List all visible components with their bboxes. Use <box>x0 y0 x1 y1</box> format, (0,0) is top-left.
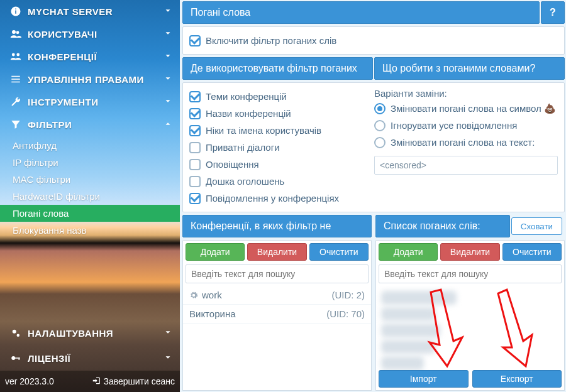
users-icon <box>9 28 23 40</box>
checkbox-icon <box>189 176 201 187</box>
sub-mac-filters[interactable]: MAC фільтри <box>0 171 180 188</box>
words-search-input[interactable] <box>379 264 562 283</box>
conf-name: work <box>202 290 222 300</box>
svg-rect-9 <box>11 82 20 83</box>
words-toolbar: Додати Видалити Очистити <box>375 240 565 262</box>
logout-icon <box>92 376 101 387</box>
sub-block-names[interactable]: Блокування назв <box>0 222 180 239</box>
enable-label: Включити фільтр поганих слів <box>206 35 336 46</box>
svg-point-5 <box>12 53 15 57</box>
svg-rect-8 <box>11 79 20 80</box>
nav-filters[interactable]: ФІЛЬТРИ <box>0 113 180 136</box>
enable-checkbox-row[interactable]: Включити фільтр поганих слів <box>189 32 558 49</box>
where-board[interactable]: Дошка оголошень <box>189 173 373 190</box>
svg-rect-14 <box>19 357 20 360</box>
where-topics[interactable]: Теми конференцій <box>189 88 373 105</box>
variants-title: Варіанти заміни: <box>374 88 558 99</box>
nav-users[interactable]: КОРИСТУВАЧІ <box>0 23 180 45</box>
conf-delete-button[interactable]: Видалити <box>247 243 306 261</box>
chevron-down-icon <box>164 97 172 107</box>
sub-bad-words[interactable]: Погані слова <box>0 205 180 222</box>
chevron-down-icon <box>164 29 172 40</box>
where-nicks[interactable]: Ніки та імена користувачів <box>189 122 373 139</box>
nav-label: КОРИСТУВАЧІ <box>28 29 97 40</box>
nav-licenses[interactable]: ЛІЦЕНЗІЇ <box>0 346 180 371</box>
conferences-title: Конференції, в яких фільтр не <box>182 215 372 237</box>
group-icon <box>9 51 23 62</box>
logout-label: Завершити сеанс <box>103 376 175 386</box>
checkbox-icon <box>189 35 201 46</box>
words-column: Список поганих слів: Сховати Додати Вида… <box>375 215 565 391</box>
chevron-down-icon <box>164 353 172 364</box>
svg-point-12 <box>11 356 15 360</box>
words-add-button[interactable]: Додати <box>379 243 438 261</box>
svg-point-4 <box>16 31 19 34</box>
list-icon <box>9 74 23 85</box>
info-icon <box>9 6 23 17</box>
hide-button[interactable]: Сховати <box>511 217 562 235</box>
words-title: Список поганих слів: <box>375 215 510 237</box>
where-messages[interactable]: Повідомлення у конференціях <box>189 190 373 207</box>
nav-tools[interactable]: ІНСТРУМЕНТИ <box>0 90 180 113</box>
variant-text[interactable]: Змінювати погані слова на текст: <box>374 134 558 151</box>
filters-submenu: Антифлуд IP фільтри MAC фільтри Hardware… <box>0 136 180 242</box>
chevron-down-icon <box>164 74 172 85</box>
where-private[interactable]: Приватні діалоги <box>189 139 373 156</box>
where-notify[interactable]: Оповіщення <box>189 156 373 173</box>
conf-add-button[interactable]: Додати <box>186 243 245 261</box>
checkbox-icon <box>189 142 201 153</box>
key-icon <box>9 352 23 364</box>
nav-label: УПРАВЛІННЯ ПРАВАМИ <box>28 74 144 85</box>
options-panel: Теми конференцій Назви конференцій Ніки … <box>182 82 565 212</box>
version-label: ver 2023.3.0 <box>5 376 92 386</box>
words-delete-button[interactable]: Видалити <box>440 243 499 261</box>
variant-ignore[interactable]: Ігнорувати усе повідомлення <box>374 117 558 134</box>
gear-icon <box>189 291 198 300</box>
sub-hardwareid-filters[interactable]: HardwareID фільтри <box>0 188 180 205</box>
nav-rights[interactable]: УПРАВЛІННЯ ПРАВАМИ <box>0 68 180 90</box>
svg-rect-7 <box>11 76 20 77</box>
words-list: Імпорт Експорт <box>375 286 565 391</box>
import-button[interactable]: Імпорт <box>379 370 469 388</box>
help-button[interactable]: ? <box>541 1 565 24</box>
svg-point-11 <box>17 334 20 337</box>
where-names[interactable]: Назви конференцій <box>189 105 373 122</box>
nav-mychat-server[interactable]: MYCHAT SERVER <box>0 0 180 23</box>
replace-text-input[interactable] <box>374 156 558 175</box>
where-column: Теми конференцій Назви конференцій Ніки … <box>189 88 373 207</box>
nav-conferences[interactable]: КОНФЕРЕНЦІЇ <box>0 45 180 68</box>
conf-name: Викторина <box>189 308 236 319</box>
variant-symbol[interactable]: Змінювати погані слова на символ 💩 <box>374 100 558 117</box>
where-title: Де використовувати фільтр поганих <box>182 57 373 80</box>
list-item[interactable]: work (UID: 2) <box>183 286 371 305</box>
sub-ip-filters[interactable]: IP фільтри <box>0 154 180 171</box>
funnel-icon <box>9 119 23 130</box>
main: Погані слова ? Включити фільтр поганих с… <box>180 0 566 392</box>
conf-clear-button[interactable]: Очистити <box>309 243 369 261</box>
what-title: Що робити з поганими словами? <box>374 57 565 80</box>
nav-label: КОНФЕРЕНЦІЇ <box>28 52 97 62</box>
blurred-words <box>381 288 489 368</box>
chevron-up-icon <box>164 119 172 130</box>
conferences-list: work (UID: 2) Викторина (UID: 70) <box>182 286 372 391</box>
nav-label: ЛІЦЕНЗІЇ <box>28 353 70 364</box>
arrow-annotation-icon <box>496 287 540 369</box>
words-clear-button[interactable]: Очистити <box>502 243 562 261</box>
export-button[interactable]: Експорт <box>472 370 562 388</box>
svg-rect-2 <box>15 9 16 10</box>
checkbox-icon <box>189 193 201 204</box>
conf-search-input[interactable] <box>186 264 369 283</box>
nav-label: ІНСТРУМЕНТИ <box>28 97 99 107</box>
logout-link[interactable]: Завершити сеанс <box>92 376 175 387</box>
chevron-down-icon <box>164 52 172 62</box>
nav-settings[interactable]: НАЛАШТУВАННЯ <box>0 320 180 346</box>
gears-icon <box>9 327 23 339</box>
list-item[interactable]: Викторина (UID: 70) <box>183 305 371 324</box>
nav: MYCHAT SERVER КОРИСТУВАЧІ КОНФЕРЕНЦІЇ УП… <box>0 0 180 242</box>
chevron-down-icon <box>164 328 172 339</box>
svg-rect-1 <box>15 11 16 14</box>
checkbox-icon <box>189 125 201 136</box>
sub-antiflood[interactable]: Антифлуд <box>0 137 180 154</box>
page-title: Погані слова <box>182 1 540 24</box>
nav-label: ФІЛЬТРИ <box>28 119 72 130</box>
